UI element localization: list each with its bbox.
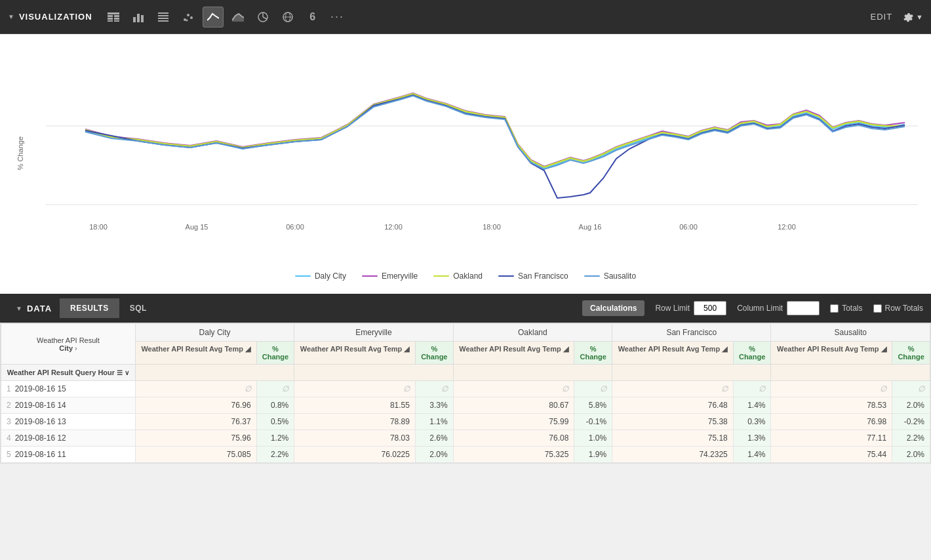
number-six-icon[interactable]: 6 xyxy=(302,7,323,28)
tab-sql[interactable]: SQL xyxy=(119,298,157,318)
row-label-1: 12019-08-16 15 xyxy=(1,381,136,397)
row-limit-label: Row Limit xyxy=(655,304,690,313)
legend-line-sausalito xyxy=(584,275,600,277)
sau-temp-1: ∅ xyxy=(771,381,892,397)
row-limit-input[interactable] xyxy=(694,301,726,315)
svg-rect-8 xyxy=(137,14,140,22)
pie-icon[interactable] xyxy=(252,7,273,28)
em-temp-4: 78.03 xyxy=(294,430,416,447)
sf-temp-5: 74.2325 xyxy=(612,447,734,463)
data-title: ▼ DATA xyxy=(8,304,60,313)
edit-button[interactable]: EDIT xyxy=(870,12,892,22)
svg-point-15 xyxy=(187,14,189,16)
viz-arrow-icon: ▼ xyxy=(8,13,15,20)
sf-spacer xyxy=(612,365,771,381)
table-icon[interactable] xyxy=(103,7,124,28)
legend-line-san-francisco xyxy=(498,275,514,277)
svg-line-21 xyxy=(263,17,267,19)
oak-temp-5: 75.325 xyxy=(453,447,574,463)
dc-pct-3: 0.5% xyxy=(256,414,294,430)
dc-spacer xyxy=(135,365,294,381)
col-limit-input[interactable] xyxy=(787,301,820,315)
list-icon[interactable] xyxy=(153,7,174,28)
svg-text:12:00: 12:00 xyxy=(384,223,403,231)
row-totals-checkbox[interactable] xyxy=(873,304,882,313)
sau-pct-2: 2.0% xyxy=(892,397,930,414)
legend-item-daly-city: Daly City xyxy=(295,271,346,281)
chart-area: % Change 0.0% -10.0% 18:00 Aug 15 06:00 … xyxy=(0,34,931,294)
table-body: 12019-08-16 15 ∅ ∅ ∅ ∅ ∅ ∅ ∅ ∅ ∅ ∅ 22019… xyxy=(1,381,930,463)
em-temp-3: 78.89 xyxy=(294,414,416,430)
svg-rect-6 xyxy=(114,20,119,22)
col-group-daly-city: Daly City xyxy=(135,324,294,342)
col-group-san-francisco: San Francisco xyxy=(612,324,771,342)
svg-text:06:00: 06:00 xyxy=(286,223,304,231)
row-label-3: 32019-08-16 13 xyxy=(1,414,136,430)
data-table: Weather API ResultCity › Daly City Emery… xyxy=(1,323,930,463)
data-arrow-icon: ▼ xyxy=(16,305,23,312)
row-label-2: 22019-08-16 14 xyxy=(1,397,136,414)
bar-chart-icon[interactable] xyxy=(128,7,149,28)
sub-header-sf-pct: %Change xyxy=(733,342,771,365)
totals-checkbox-label: Totals xyxy=(830,304,862,313)
sub-header-oak-temp: Weather API Result Avg Temp ◢ xyxy=(453,342,574,365)
em-pct-4: 2.6% xyxy=(415,430,453,447)
em-temp-2: 81.55 xyxy=(294,397,416,414)
sub-header-oak-pct: %Change xyxy=(574,342,612,365)
globe-icon[interactable] xyxy=(277,7,298,28)
em-temp-1: ∅ xyxy=(294,381,416,397)
calculations-button[interactable]: Calculations xyxy=(582,300,644,316)
svg-rect-0 xyxy=(108,12,119,14)
col-limit-label: Column Limit xyxy=(737,304,783,313)
settings-button[interactable]: ▼ xyxy=(901,11,923,23)
tab-results[interactable]: RESULTS xyxy=(60,298,119,318)
oak-pct-1: ∅ xyxy=(574,381,612,397)
svg-rect-10 xyxy=(158,12,168,14)
dc-pct-4: 1.2% xyxy=(256,430,294,447)
dc-pct-2: 0.8% xyxy=(256,397,294,414)
em-pct-1: ∅ xyxy=(415,381,453,397)
em-pct-2: 3.3% xyxy=(415,397,453,414)
row-dim-header: Weather API ResultCity › xyxy=(1,324,136,365)
svg-rect-4 xyxy=(114,18,119,20)
sau-pct-5: 2.0% xyxy=(892,447,930,463)
sau-temp-3: 76.98 xyxy=(771,414,892,430)
legend-item-san-francisco: San Francisco xyxy=(498,271,568,281)
sub-header-em-pct: %Change xyxy=(415,342,453,365)
sau-temp-5: 75.44 xyxy=(771,447,892,463)
data-toolbar: ▼ DATA RESULTS SQL Calculations Row Limi… xyxy=(0,294,931,323)
sub-header-sau-temp: Weather API Result Avg Temp ◢ xyxy=(771,342,892,365)
svg-rect-5 xyxy=(108,20,113,22)
more-icon[interactable]: ··· xyxy=(327,7,348,28)
em-temp-5: 76.0225 xyxy=(294,447,416,463)
legend-item-oakland: Oakland xyxy=(433,271,483,281)
sub-header-sf-temp: Weather API Result Avg Temp ◢ xyxy=(612,342,734,365)
viz-title: ▼ VISUALIZATION xyxy=(8,12,92,22)
sf-pct-2: 1.4% xyxy=(733,397,771,414)
legend-line-daly-city xyxy=(295,275,311,277)
dc-temp-5: 75.085 xyxy=(135,447,256,463)
area-chart-icon[interactable] xyxy=(228,7,248,28)
legend-line-emeryville xyxy=(362,275,378,277)
sub-header-em-temp: Weather API Result Avg Temp ◢ xyxy=(294,342,416,365)
row-dim-query-hour[interactable]: Weather API Result Query Hour ☰ ∨ xyxy=(1,365,136,381)
svg-rect-7 xyxy=(133,17,136,22)
sau-pct-4: 2.2% xyxy=(892,430,930,447)
svg-text:18:00: 18:00 xyxy=(89,223,108,231)
sf-pct-5: 1.4% xyxy=(733,447,771,463)
line-chart-icon[interactable] xyxy=(203,7,224,28)
oak-pct-4: 1.0% xyxy=(574,430,612,447)
visualization-toolbar: ▼ VISUALIZATION 6 ··· EDIT ▼ xyxy=(0,0,931,34)
svg-rect-11 xyxy=(158,15,168,16)
oak-pct-3: -0.1% xyxy=(574,414,612,430)
totals-checkbox[interactable] xyxy=(830,304,839,313)
svg-rect-13 xyxy=(158,20,168,22)
data-table-wrapper: Weather API ResultCity › Daly City Emery… xyxy=(0,323,931,464)
svg-text:12:00: 12:00 xyxy=(778,223,796,231)
scatter-icon[interactable] xyxy=(178,7,199,28)
svg-rect-1 xyxy=(108,15,113,17)
table-row: 12019-08-16 15 ∅ ∅ ∅ ∅ ∅ ∅ ∅ ∅ ∅ ∅ xyxy=(1,381,930,397)
svg-text:06:00: 06:00 xyxy=(679,223,698,231)
oak-pct-5: 1.9% xyxy=(574,447,612,463)
svg-rect-2 xyxy=(114,15,119,17)
